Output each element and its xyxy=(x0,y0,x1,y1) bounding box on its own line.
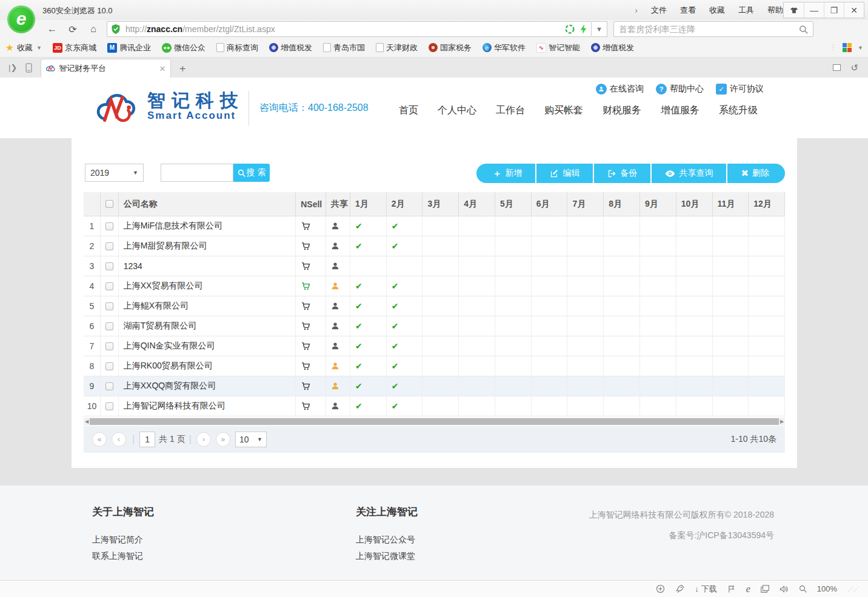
page-number-input[interactable] xyxy=(139,432,155,447)
sound-icon[interactable] xyxy=(780,585,789,593)
ie-compat-icon[interactable]: e xyxy=(746,584,750,595)
row-checkbox[interactable] xyxy=(101,256,119,276)
flag-report-icon[interactable] xyxy=(727,585,736,593)
menu-item-4[interactable]: 帮助 xyxy=(767,5,783,15)
utility-0[interactable]: 在线咨询 xyxy=(596,84,644,95)
row-checkbox[interactable] xyxy=(101,236,119,256)
page-size-select[interactable]: 10 ▼ xyxy=(235,432,267,447)
zoom-search-icon[interactable] xyxy=(799,585,807,593)
cart-icon[interactable] xyxy=(296,376,326,396)
site-logo[interactable]: 智记科技 Smart Account xyxy=(94,88,244,125)
multi-window-icon[interactable] xyxy=(761,585,769,593)
url-field[interactable]: http://znacc.cn/member/ztgl/ZtList.aspx xyxy=(107,21,592,37)
row-checkbox[interactable] xyxy=(101,216,119,236)
person-icon[interactable] xyxy=(326,356,350,376)
menu-expand-icon[interactable]: › xyxy=(635,5,638,15)
nav-item-0[interactable]: 首页 xyxy=(399,104,418,117)
person-icon[interactable] xyxy=(326,256,350,276)
cart-icon[interactable] xyxy=(296,396,326,416)
utility-2[interactable]: ✓许可协议 xyxy=(716,84,764,95)
bookmark-11[interactable]: 增值税发 xyxy=(591,42,634,53)
bookmark-0[interactable]: ★收藏▼ xyxy=(5,42,42,53)
footer-follow-link-0[interactable]: 上海智记公众号 xyxy=(356,535,418,545)
browser-search-input[interactable] xyxy=(619,24,799,34)
row-checkbox[interactable] xyxy=(101,356,119,376)
person-icon[interactable] xyxy=(326,276,350,296)
search-button[interactable]: 搜 索 xyxy=(233,164,270,182)
browser-360-logo-icon[interactable]: e xyxy=(7,5,35,33)
apps-grid-icon[interactable] xyxy=(843,43,852,52)
nav-item-3[interactable]: 购买帐套 xyxy=(544,104,583,117)
download-button[interactable]: ↓ 下载 xyxy=(695,584,717,595)
sidebar-toggle-icon[interactable]: |❯ xyxy=(8,63,17,72)
tab-smart-account[interactable]: 智记财务平台 ✕ xyxy=(41,59,171,78)
cart-icon[interactable] xyxy=(296,336,326,356)
mobile-view-icon[interactable] xyxy=(25,63,32,73)
bookmark-9[interactable]: e华军软件 xyxy=(482,42,526,53)
person-icon[interactable] xyxy=(326,376,350,396)
last-page-button[interactable]: » xyxy=(216,432,230,447)
cart-icon[interactable] xyxy=(296,216,326,236)
bookmark-5[interactable]: 增值税发 xyxy=(269,42,312,53)
restore-tab-icon[interactable]: ↺ xyxy=(850,62,858,73)
scroll-left-icon[interactable]: ◀ xyxy=(84,419,90,424)
bookmark-1[interactable]: JD京东商城 xyxy=(53,42,96,53)
action-plus-button[interactable]: ＋新增 xyxy=(476,164,535,183)
prev-page-button[interactable]: ‹ xyxy=(112,432,126,447)
horizontal-scrollbar[interactable]: ◀ ▶ xyxy=(84,418,785,425)
scroll-right-icon[interactable]: ▶ xyxy=(779,419,785,424)
nav-item-4[interactable]: 财税服务 xyxy=(603,104,641,117)
zoom-level[interactable]: 100% xyxy=(817,584,837,593)
person-icon[interactable] xyxy=(326,236,350,256)
person-icon[interactable] xyxy=(326,216,350,236)
footer-about-link-1[interactable]: 联系上海智记 xyxy=(92,551,154,562)
bookmark-2[interactable]: M腾讯企业 xyxy=(107,42,151,53)
person-icon[interactable] xyxy=(326,336,350,356)
menu-item-3[interactable]: 工具 xyxy=(738,5,754,15)
cart-icon[interactable] xyxy=(296,316,326,336)
bookmark-3[interactable]: ●●微信公众 xyxy=(162,42,205,53)
apps-caret-icon[interactable]: ▼ xyxy=(858,45,863,51)
person-icon[interactable] xyxy=(326,396,350,416)
resize-grip-icon[interactable]: ⋰⋰ xyxy=(847,586,860,592)
row-checkbox[interactable] xyxy=(101,296,119,316)
rocket-boost-icon[interactable] xyxy=(675,584,684,593)
menu-item-2[interactable]: 收藏 xyxy=(709,5,725,15)
row-checkbox[interactable] xyxy=(101,376,119,396)
nav-item-2[interactable]: 工作台 xyxy=(496,104,525,117)
bookmark-8[interactable]: 国家税务 xyxy=(429,42,472,53)
person-icon[interactable] xyxy=(326,316,350,336)
bookmark-6[interactable]: 青岛市国 xyxy=(323,42,365,53)
refresh-button[interactable]: ⟳ xyxy=(63,22,82,36)
bookmark-7[interactable]: 天津财政 xyxy=(376,42,418,53)
url-dropdown-button[interactable]: ▼ xyxy=(592,21,607,37)
nav-item-1[interactable]: 个人中心 xyxy=(438,104,476,117)
minimize-button[interactable]: — xyxy=(804,2,824,18)
scrollbar-thumb[interactable] xyxy=(90,418,779,425)
menu-item-0[interactable]: 文件 xyxy=(651,5,667,15)
window-list-icon[interactable] xyxy=(833,64,841,71)
skin-icon[interactable] xyxy=(784,2,804,18)
action-delete-button[interactable]: ✖删除 xyxy=(727,164,785,183)
row-checkbox[interactable] xyxy=(101,336,119,356)
action-edit-button[interactable]: 编辑 xyxy=(536,164,593,183)
search-icon[interactable] xyxy=(799,25,808,34)
person-icon[interactable] xyxy=(326,296,350,316)
action-backup-button[interactable]: 备份 xyxy=(594,164,650,183)
cart-icon[interactable] xyxy=(296,276,326,296)
new-tab-button[interactable]: ＋ xyxy=(175,60,190,76)
bookmark-10[interactable]: ∿智记智能 xyxy=(536,42,580,53)
close-button[interactable]: ✕ xyxy=(844,2,864,18)
utility-1[interactable]: ?帮助中心 xyxy=(656,84,704,95)
select-all-checkbox[interactable] xyxy=(101,192,119,216)
browser-search-box[interactable] xyxy=(613,21,813,37)
row-checkbox[interactable] xyxy=(101,396,119,416)
speed-bolt-icon[interactable] xyxy=(579,24,587,34)
nav-item-5[interactable]: 增值服务 xyxy=(661,104,699,117)
overflow-dots-icon[interactable]: ⋮ xyxy=(830,44,838,52)
row-checkbox[interactable] xyxy=(101,316,119,336)
first-page-button[interactable]: « xyxy=(92,432,107,447)
cart-icon[interactable] xyxy=(296,236,326,256)
cart-icon[interactable] xyxy=(296,296,326,316)
maximize-button[interactable]: ❐ xyxy=(824,2,844,18)
